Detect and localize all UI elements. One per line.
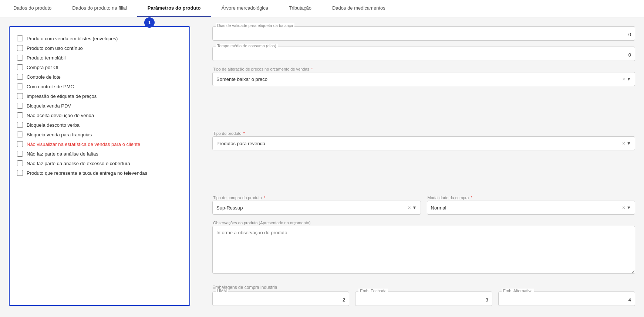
checkbox-label-nao-analise-faltas: Não faz parte da análise de faltas (27, 151, 98, 157)
checkbox-item-bloqueia-franquias: Bloqueia venda para franquias (17, 130, 182, 139)
checkbox-item-controle-pmc: Com controle de PMC (17, 82, 182, 91)
tipo-produto-field: Tipo do produto * Produtos para revenda … (212, 131, 635, 190)
modalidade-field: Modalidade da compra * Normal × ▼ (427, 195, 635, 215)
checkboxes-container: Produto com venda em blistes (envelopes)… (17, 34, 182, 178)
checkbox-label-bloqueia-desconto: Bloqueia desconto verba (27, 122, 80, 128)
checkbox-nao-devolucao[interactable] (17, 112, 23, 118)
emb-alternativa-value: 4 (502, 297, 631, 303)
checkbox-item-bloqueia-pdv: Bloqueia venda PDV (17, 101, 182, 110)
checkbox-item-impressao-etiqueta: Impressão de etiqueta de preços (17, 91, 182, 101)
arrow-badge: 1 (144, 17, 155, 28)
checkbox-label-controle-lote: Controle de lote (27, 74, 61, 80)
modalidade-select[interactable]: Normal × ▼ (427, 201, 635, 215)
umm-input-wrapper: UMM 2 (212, 292, 349, 306)
checkbox-item-nao-analise-excesso: Não faz parte da análise de excesso e co… (17, 158, 182, 168)
tipo-produto-required: * (243, 131, 245, 136)
checkbox-item-blistes: Produto com venda em blistes (envelopes) (17, 34, 182, 43)
checkbox-label-blistes: Produto com venda em blistes (envelopes) (27, 36, 118, 41)
tipo-alteracao-label: Tipo de alteração de preços no orçamento… (212, 67, 635, 71)
checkbox-uso-continuo[interactable] (17, 45, 23, 51)
embalagens-label: Embalagens de compra industria (212, 285, 635, 290)
checkbox-label-nao-estatistica: Não visualizar na estatística de vendas … (27, 142, 140, 147)
checkbox-termolabil[interactable] (17, 55, 23, 61)
tipo-produto-select[interactable]: Produtos para revenda × ▼ (212, 136, 635, 150)
umm-field: UMM 2 (212, 292, 349, 306)
modalidade-clear-icon[interactable]: × (622, 205, 625, 210)
checkbox-label-termolabil: Produto termolábil (27, 55, 66, 61)
umm-value: 2 (216, 297, 345, 303)
compra-modalidade-row: Tipo de compra do produto * Sup-Ressup ×… (212, 195, 635, 215)
umm-label: UMM (216, 289, 228, 293)
tipo-alteracao-required: * (311, 67, 313, 71)
checkbox-item-controle-lote: Controle de lote (17, 72, 182, 82)
tab-arvore[interactable]: Árvore mercadológica (211, 0, 279, 17)
checkbox-controle-pmc[interactable] (17, 83, 23, 89)
tab-parametros[interactable]: Parâmetros do produto (137, 0, 211, 17)
emb-alternativa-label: Emb. Alternativa (502, 289, 534, 293)
tipo-compra-arrow-icon[interactable]: ▼ (412, 205, 417, 210)
emb-fechada-field: Emb. Fechada 3 (355, 292, 492, 306)
emb-alternativa-field: Emb. Alternativa 4 (498, 292, 635, 306)
tipo-produto-label: Tipo do produto * (212, 131, 635, 136)
checkbox-label-nao-devolucao: Não aceita devolução de venda (27, 113, 94, 118)
tipo-compra-label: Tipo de compra do produto * (212, 195, 421, 200)
emb-fechada-input-wrapper: Emb. Fechada 3 (355, 292, 492, 306)
tab-medicamentos[interactable]: Dados de medicamentos (322, 0, 396, 17)
checkbox-nao-analise-excesso[interactable] (17, 160, 23, 166)
tipo-compra-clear-icon[interactable]: × (408, 205, 411, 210)
tempo-medio-value: 0 (216, 52, 631, 58)
tipo-compra-value: Sup-Ressup (216, 205, 408, 211)
tipo-produto-arrow-icon[interactable]: ▼ (627, 141, 631, 146)
tipo-alteracao-clear-icon[interactable]: × (622, 76, 625, 82)
checkbox-label-bloqueia-pdv: Bloqueia venda PDV (27, 103, 71, 109)
tipo-produto-actions: × ▼ (622, 141, 631, 146)
checkbox-blistes[interactable] (17, 35, 23, 41)
tab-tributacao[interactable]: Tributação (279, 0, 322, 17)
checkbox-item-uso-continuo: Produto com uso contínuo (17, 43, 182, 53)
checkbox-impressao-etiqueta[interactable] (17, 93, 23, 99)
modalidade-value: Normal (431, 205, 622, 211)
checkbox-label-bloqueia-franquias: Bloqueia venda para franquias (27, 132, 92, 137)
checkbox-item-termolabil: Produto termolábil (17, 53, 182, 62)
checkbox-bloqueia-pdv[interactable] (17, 103, 23, 109)
tipo-compra-required: * (264, 195, 265, 200)
checkbox-taxa-entrega[interactable] (17, 170, 23, 176)
observacoes-field: Observações do produto (Apresentado no o… (212, 221, 635, 279)
tipo-alteracao-arrow-icon[interactable]: ▼ (627, 76, 631, 82)
checkbox-item-taxa-entrega: Produto que representa a taxa de entrega… (17, 168, 182, 178)
checkbox-bloqueia-franquias[interactable] (17, 132, 23, 137)
checkbox-nao-estatistica[interactable] (17, 141, 23, 147)
tempo-medio-label: Tempo médio de consumo (dias) (216, 44, 278, 48)
modalidade-label: Modalidade da compra * (427, 195, 635, 200)
emb-fechada-value: 3 (359, 297, 488, 303)
modalidade-arrow-icon[interactable]: ▼ (627, 205, 631, 210)
tipo-produto-clear-icon[interactable]: × (622, 141, 625, 146)
checkbox-item-bloqueia-desconto: Bloqueia desconto verba (17, 120, 182, 130)
modalidade-actions: × ▼ (622, 205, 631, 210)
checkbox-item-nao-analise-faltas: Não faz parte da análise de faltas (17, 149, 182, 158)
checkbox-label-compra-ol: Compra por OL (27, 65, 60, 70)
dias-validade-label: Dias de validade para etiqueta da balanç… (216, 23, 294, 28)
tab-dados-filial[interactable]: Dados do produto na filial (62, 0, 137, 17)
tipo-alteracao-select[interactable]: Somente baixar o preço × ▼ (212, 72, 635, 86)
dias-validade-wrapper: Dias de validade para etiqueta da balanç… (212, 26, 635, 41)
checkbox-item-nao-devolucao: Não aceita devolução de venda (17, 110, 182, 120)
checkbox-bloqueia-desconto[interactable] (17, 122, 23, 128)
tipo-compra-select[interactable]: Sup-Ressup × ▼ (212, 201, 421, 215)
modalidade-required: * (471, 195, 472, 200)
checkbox-nao-analise-faltas[interactable] (17, 151, 23, 157)
checkbox-label-nao-analise-excesso: Não faz parte da análise de excesso e co… (27, 161, 130, 166)
tipo-alteracao-field: Tipo de alteração de preços no orçamento… (212, 67, 635, 125)
observacoes-textarea[interactable] (212, 226, 635, 274)
checkbox-item-compra-ol: Compra por OL (17, 62, 182, 72)
checkbox-label-taxa-entrega: Produto que representa a taxa de entrega… (27, 170, 147, 176)
left-panel: Produto com venda em blistes (envelopes)… (9, 26, 190, 306)
observacoes-label: Observações do produto (Apresentado no o… (212, 221, 635, 225)
embalagens-row: UMM 2 Emb. Fechada 3 Emb. Alternativa 4 (212, 292, 635, 306)
tab-dados-produto[interactable]: Dados do produto (3, 0, 62, 17)
checkbox-compra-ol[interactable] (17, 64, 23, 70)
tipo-alteracao-actions: × ▼ (622, 76, 631, 82)
checkbox-item-nao-estatistica: Não visualizar na estatística de vendas … (17, 139, 182, 149)
emb-fechada-label: Emb. Fechada (358, 289, 388, 293)
checkbox-controle-lote[interactable] (17, 74, 23, 80)
